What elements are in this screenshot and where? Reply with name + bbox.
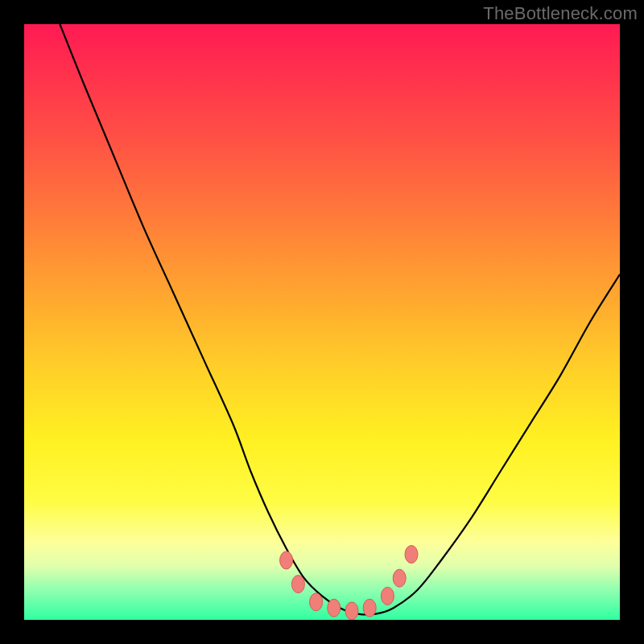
curve-marker xyxy=(405,546,418,564)
curve-marker xyxy=(393,569,406,587)
curve-marker xyxy=(381,587,394,605)
curve-marker xyxy=(328,599,341,617)
outer-frame: TheBottleneck.com xyxy=(0,0,644,644)
curve-marker xyxy=(345,602,358,620)
chart-plot-area xyxy=(24,24,620,620)
curve-marker xyxy=(291,576,304,593)
curve-line xyxy=(60,24,620,615)
curve-marker xyxy=(363,599,376,617)
curve-marker xyxy=(280,551,293,569)
watermark-text: TheBottleneck.com xyxy=(483,3,638,24)
curve-marker xyxy=(310,593,323,611)
curve-markers xyxy=(280,546,418,620)
bottleneck-curve xyxy=(24,24,620,620)
